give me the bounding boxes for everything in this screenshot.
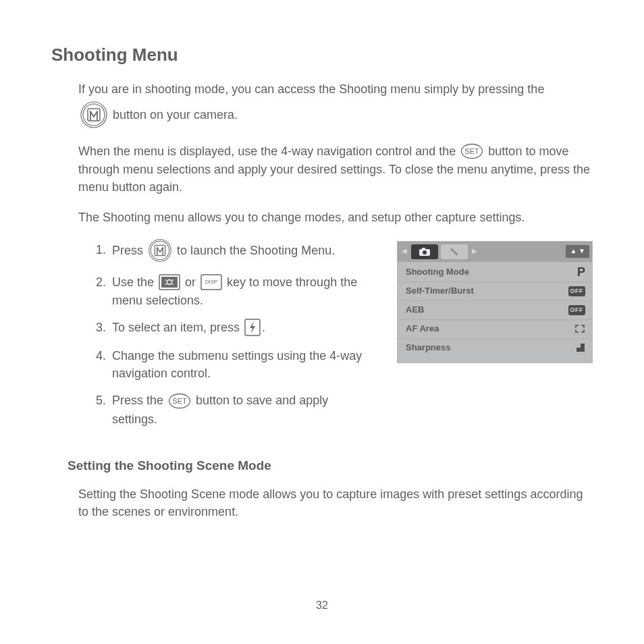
set-button-icon: SET: [168, 393, 191, 409]
chevron-right-icon: ▶: [471, 246, 479, 257]
lcd-row: AEBOFF: [398, 301, 592, 320]
intro-para-2: When the menu is displayed, use the 4-wa…: [78, 142, 593, 196]
lcd-row: Shooting ModeP: [398, 263, 592, 282]
lcd-row-label: Sharpness: [406, 342, 450, 354]
svg-point-5: [149, 239, 171, 261]
svg-rect-9: [161, 277, 178, 288]
camera-lcd-screenshot: ◀ ▶ ▲ ▼: [397, 241, 593, 363]
intro1a: If you are in shooting mode, you can acc…: [78, 82, 544, 96]
lcd-row-label: AF Area: [406, 323, 439, 336]
intro2a: When the menu is displayed, use the 4-wa…: [78, 144, 459, 158]
svg-text:SET: SET: [172, 397, 187, 405]
lcd-row: Self-Timer/BurstOFF: [398, 282, 592, 301]
step-1: Press to launch the Shooting Menu.: [109, 238, 377, 264]
step-2: Use the or DISP: [109, 273, 377, 309]
step2-or: or: [182, 275, 199, 289]
macro-key-icon: [159, 274, 180, 290]
flash-key-icon: [244, 319, 261, 336]
lcd-row-value: OFF: [568, 305, 586, 315]
svg-text:DISP: DISP: [205, 279, 218, 285]
steps-list: Press to launch the Shooting Menu. Use t…: [78, 238, 377, 428]
lcd-row: AF Area: [398, 320, 592, 339]
svg-rect-17: [422, 248, 425, 250]
lcd-row: Sharpness: [398, 339, 592, 357]
step1-b: to launch the Shooting Menu.: [173, 243, 335, 257]
intro1b: button on your camera.: [109, 108, 238, 122]
intro-para-3: The Shooting menu allows you to change m…: [78, 209, 593, 226]
step2-a: Use the: [112, 275, 157, 289]
menu-button-icon: [80, 101, 108, 129]
lcd-tab-bar: ◀ ▶ ▲ ▼: [398, 242, 592, 262]
svg-point-1: [83, 104, 105, 126]
lcd-menu-list: Shooting ModePSelf-Timer/BurstOFFAEBOFFA…: [398, 262, 592, 363]
chevron-left-icon: ◀: [400, 246, 408, 257]
lcd-row-value: [576, 343, 585, 352]
lcd-tab-camera: [411, 244, 438, 259]
svg-rect-2: [88, 109, 100, 121]
step5-a: Press the: [112, 394, 167, 407]
lcd-row-label: Self-Timer/Burst: [406, 285, 474, 298]
menu-button-icon: [148, 238, 172, 263]
disp-key-icon: DISP: [200, 274, 222, 290]
sub-para: Setting the Shooting Scene mode allows y…: [78, 485, 593, 520]
lcd-row-label: AEB: [406, 304, 424, 317]
step-3: To select an item, press .: [109, 319, 377, 338]
step-5: Press the SET button to save and apply s…: [109, 392, 377, 427]
lcd-row-value: OFF: [568, 286, 586, 296]
step3-a: To select an item, press: [112, 321, 243, 334]
lcd-row-label: Shooting Mode: [406, 266, 469, 279]
page-title: Shooting Menu: [51, 45, 593, 65]
set-button-icon: SET: [460, 143, 483, 159]
step-4: Change the submenu settings using the 4-…: [109, 347, 377, 382]
step1-a: Press: [112, 243, 146, 257]
lcd-tab-wrench: [441, 244, 468, 259]
svg-point-18: [423, 250, 427, 254]
svg-point-6: [151, 241, 169, 259]
subheading: Setting the Shooting Scene Mode: [68, 456, 593, 475]
lcd-scroll-arrows: ▲ ▼: [566, 245, 589, 258]
svg-point-0: [81, 102, 107, 128]
lcd-row-value: [574, 324, 585, 333]
lcd-row-value: P: [577, 263, 585, 281]
intro-para-1b: button on your camera.: [78, 101, 593, 130]
page-number: 32: [0, 599, 644, 612]
step3-b: .: [262, 321, 265, 334]
svg-rect-20: [576, 344, 581, 348]
intro-para-1: If you are in shooting mode, you can acc…: [78, 80, 593, 98]
svg-text:SET: SET: [465, 147, 480, 155]
svg-rect-7: [155, 245, 165, 255]
